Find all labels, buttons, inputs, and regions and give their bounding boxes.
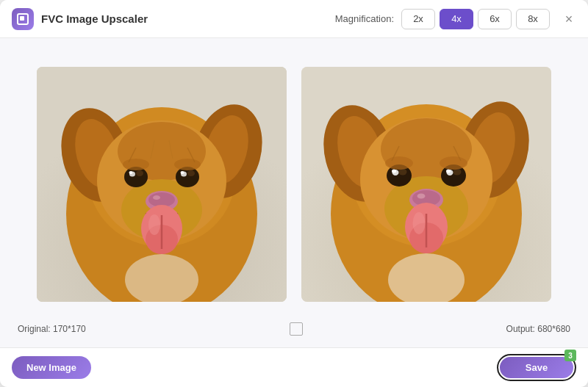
original-dog-image xyxy=(37,67,287,302)
main-content: Original: 170*170 Output: 680*680 xyxy=(0,38,588,347)
mag-btn-4x[interactable]: 4x xyxy=(440,9,473,29)
app-logo xyxy=(12,8,34,30)
title-bar: FVC Image Upscaler Magnification: 2x 4x … xyxy=(0,0,588,38)
svg-point-23 xyxy=(174,159,201,170)
svg-point-49 xyxy=(385,156,413,170)
images-row xyxy=(15,50,573,318)
magnification-buttons: 2x 4x 6x 8x xyxy=(401,9,550,29)
app-window: FVC Image Upscaler Magnification: 2x 4x … xyxy=(0,0,588,387)
save-button[interactable]: Save xyxy=(500,357,573,378)
mag-btn-6x[interactable]: 6x xyxy=(478,9,512,29)
svg-point-17 xyxy=(187,170,195,176)
output-dog-image xyxy=(301,67,551,302)
mag-btn-8x[interactable]: 8x xyxy=(516,9,550,29)
original-image-panel xyxy=(37,67,287,302)
close-button[interactable]: × xyxy=(562,12,576,26)
svg-point-13 xyxy=(153,195,160,200)
output-size-label: Output: 680*680 xyxy=(506,324,570,334)
svg-point-26 xyxy=(148,214,160,235)
output-image-panel xyxy=(301,67,551,302)
svg-point-50 xyxy=(440,156,467,170)
svg-point-40 xyxy=(417,193,426,198)
bottom-bar: New Image 3 Save xyxy=(0,347,588,387)
svg-point-16 xyxy=(136,170,143,176)
compare-icon xyxy=(290,322,303,336)
svg-point-21 xyxy=(181,171,184,174)
app-logo-icon xyxy=(17,13,29,25)
new-image-button[interactable]: New Image xyxy=(12,356,91,379)
mag-btn-2x[interactable]: 2x xyxy=(401,9,435,29)
svg-point-47 xyxy=(392,169,396,173)
original-size-label: Original: 170*170 xyxy=(18,324,86,334)
svg-point-53 xyxy=(413,212,426,234)
app-title: FVC Image Upscaler xyxy=(41,12,148,25)
save-button-wrapper: 3 Save xyxy=(497,354,576,381)
svg-point-20 xyxy=(129,171,133,174)
save-badge: 3 xyxy=(564,350,576,361)
info-row: Original: 170*170 Output: 680*680 xyxy=(15,318,573,336)
magnification-label: Magnification: xyxy=(335,13,394,24)
svg-point-48 xyxy=(446,169,451,173)
svg-point-22 xyxy=(123,159,149,170)
